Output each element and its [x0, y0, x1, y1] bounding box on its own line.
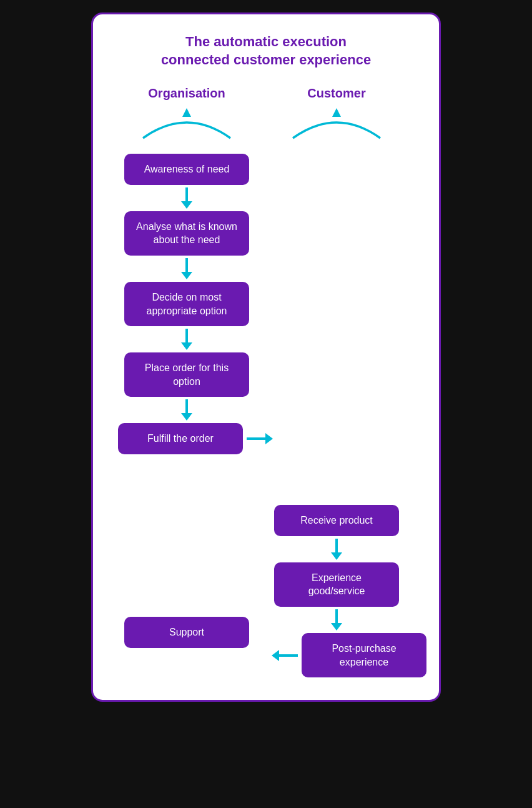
org-arc-svg — [137, 107, 237, 141]
cust-column-label: Customer — [268, 86, 405, 101]
columns-header: Organisation Customer — [106, 86, 426, 101]
arrow-1 — [181, 187, 192, 209]
fulfill-row: Fulfill the order — [118, 423, 255, 454]
title-line2: connected customer experience — [161, 52, 371, 67]
box-awareness: Awareness of need — [124, 154, 249, 185]
main-flow: Awareness of need Analyse what is known … — [106, 154, 426, 677]
box-receive: Receive product — [274, 505, 399, 536]
box-place-order: Place order for this option — [124, 352, 249, 397]
org-arc — [118, 107, 255, 141]
diagram-container: The automatic execution connected custom… — [91, 12, 441, 702]
box-decide: Decide on most appropriate option — [124, 282, 249, 326]
arrow-right-fulfill — [247, 433, 273, 444]
cust-arc-svg — [287, 107, 387, 141]
box-experience: Experience good/service — [274, 562, 399, 607]
org-column: Awareness of need Analyse what is known … — [118, 154, 255, 647]
diagram-title: The automatic execution connected custom… — [106, 33, 426, 69]
cust-arc — [268, 107, 405, 141]
arrow-5 — [331, 539, 342, 560]
title-line1: The automatic execution — [185, 34, 347, 49]
arrow-2 — [181, 258, 192, 279]
svg-marker-1 — [332, 108, 341, 117]
box-analyse: Analyse what is known about the need — [124, 211, 249, 256]
arrow-6 — [331, 609, 342, 631]
svg-marker-0 — [182, 108, 191, 117]
arrow-3 — [181, 329, 192, 350]
box-fulfill: Fulfill the order — [118, 423, 243, 454]
org-column-label: Organisation — [118, 86, 255, 101]
arrow-4 — [181, 399, 192, 421]
box-support: Support — [124, 617, 249, 648]
cust-column: Receive product Experience good/service … — [268, 505, 405, 677]
arcs-row — [106, 107, 426, 141]
post-purchase-row: Post-purchase experience — [268, 633, 405, 677]
arrow-left-support — [272, 650, 298, 661]
box-post-purchase: Post-purchase experience — [302, 633, 426, 677]
